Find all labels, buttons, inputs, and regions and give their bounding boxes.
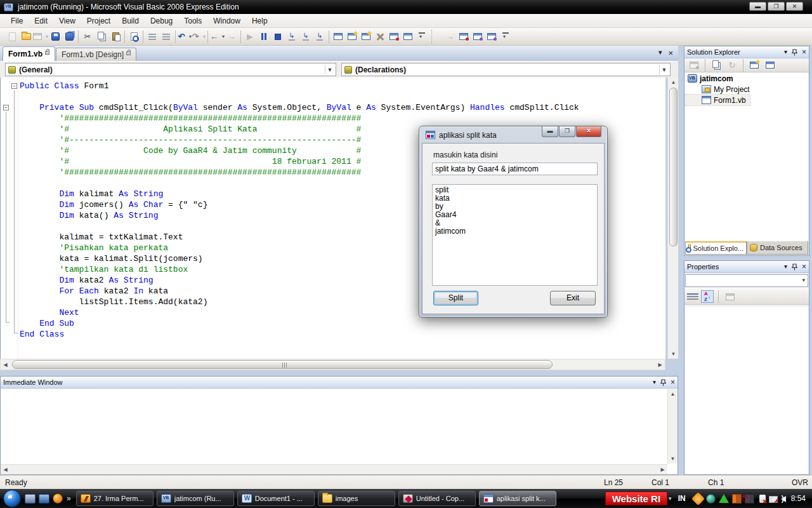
split-button[interactable]: Split [433,291,478,305]
web-app-icon[interactable] [706,494,716,504]
dialog-close-button[interactable]: ✕ [576,126,601,137]
alphabetical-sort-icon[interactable]: AZ↓ [701,290,714,303]
command-window-icon[interactable] [457,30,471,44]
cut-icon[interactable]: ✂ [81,30,95,44]
view-code-icon[interactable] [747,58,761,72]
pin-icon[interactable] [660,379,666,386]
properties-window-icon[interactable] [345,30,359,44]
tree-item-my-project[interactable]: My Project [685,84,808,95]
scroll-left-icon[interactable]: ◀ [1,465,10,474]
solution-explorer-window-icon[interactable] [331,30,345,44]
increase-indent-icon[interactable] [159,30,173,44]
error-list-window-icon[interactable] [387,30,401,44]
kata-input[interactable] [432,163,598,175]
toolbox-window-icon[interactable] [373,30,387,44]
taskbar-button-folder[interactable]: images [318,491,395,506]
menu-edit[interactable]: Edit [29,15,53,27]
step-over-icon[interactable]: ↳ [299,30,313,44]
refresh-icon[interactable]: ↻ [725,58,739,72]
media-app-icon[interactable] [732,494,742,504]
tree-item-form1-vb[interactable]: Form1.vb [685,95,750,105]
switch-windows-icon[interactable] [25,494,36,504]
antivirus-1-icon[interactable] [691,491,705,505]
editor-vertical-scrollbar[interactable]: ▲ ▼ [667,77,678,359]
close-button[interactable]: ✕ [786,2,803,11]
split-result-listbox[interactable]: splitkatabyGaar4&jatimcom [432,184,598,286]
horizontal-scroll-thumb[interactable] [12,360,553,369]
scroll-right-icon[interactable]: ▶ [658,465,667,474]
object-browser-2-icon[interactable] [485,30,499,44]
blocked-app-icon[interactable] [745,494,754,504]
tab-form1-vb[interactable]: Form1.vb [3,46,55,61]
start-debugging-icon[interactable]: ▶ [243,30,257,44]
tree-item-jatimcom[interactable]: jatimcom [685,73,808,84]
properties-object-combo[interactable] [685,274,808,287]
close-document-icon[interactable]: × [668,48,673,58]
taskbar-button-word[interactable]: Document1 - ... [237,491,315,506]
scroll-down-icon[interactable]: ▼ [669,455,677,463]
copy-icon[interactable] [95,30,108,44]
property-pages-icon[interactable] [723,290,737,304]
taskbar-button-vb[interactable]: jatimcom (Ru... [157,491,234,506]
toolbar-overflow-icon[interactable] [415,30,429,44]
panel-tab-solution-explorer[interactable]: Solution Explo... [685,241,747,255]
taskbar-button-form[interactable]: aplikasi split k... [479,491,556,506]
view-designer-icon[interactable] [763,58,777,72]
save-icon[interactable] [48,30,62,44]
vertical-scroll-thumb[interactable] [669,88,678,246]
show-all-files-icon[interactable] [709,58,723,72]
minimize-button[interactable]: ▬ [749,2,766,11]
menu-help[interactable]: Help [246,15,273,27]
volume-icon[interactable] [781,496,786,502]
language-indicator[interactable]: IN [678,494,686,503]
properties-grid[interactable] [685,307,808,474]
members-combo[interactable]: (Declarations) ▼ [341,63,671,76]
collapse-class-icon[interactable]: − [11,83,17,89]
undo-icon[interactable]: ↶ [178,30,192,44]
exit-button[interactable]: Exit [550,291,596,305]
toolbar-overflow-2-icon[interactable] [499,30,513,44]
window-position-icon[interactable]: ▾ [784,264,787,270]
menu-view[interactable]: View [53,15,81,27]
window-position-icon[interactable]: ▾ [784,49,787,55]
menu-debug[interactable]: Debug [145,15,178,27]
navigate-forward-2-icon[interactable]: → [443,30,457,44]
listbox-item[interactable]: jatimcom [435,227,594,236]
show-desktop-icon[interactable] [39,494,49,504]
close-panel-icon[interactable]: × [802,264,806,270]
window-position-icon[interactable]: ▾ [653,379,656,385]
object-browser-icon[interactable] [359,30,373,44]
immediate-window-icon[interactable] [401,30,415,44]
open-file-icon[interactable] [19,30,33,44]
maximize-button[interactable]: ❐ [768,2,785,11]
step-into-icon[interactable]: ↳ [285,30,299,44]
menu-build[interactable]: Build [116,15,145,27]
menu-tools[interactable]: Tools [178,15,207,27]
categorized-icon[interactable] [687,291,698,302]
decrease-indent-icon[interactable] [145,30,159,44]
collapse-sub-icon[interactable]: − [3,105,9,110]
power-status-icon[interactable] [759,495,766,503]
step-out-icon[interactable]: ↳ [313,30,327,44]
dialog-maximize-button[interactable]: ❐ [559,126,575,137]
scroll-up-icon[interactable]: ▲ [669,390,677,398]
paste-icon[interactable] [108,30,122,44]
chevron-down-icon[interactable]: ▼ [659,65,669,74]
deskband-website-ri[interactable]: Website RI [605,491,667,505]
navigate-backward-icon[interactable]: ← [210,30,225,44]
pin-icon[interactable] [792,49,797,56]
find-in-files-icon[interactable] [127,30,141,44]
menu-file[interactable]: File [5,15,29,27]
start-button[interactable] [3,490,21,507]
menu-window[interactable]: Window [207,15,246,27]
menu-project[interactable]: Project [81,15,116,27]
smadav-icon[interactable] [719,494,729,503]
new-project-icon[interactable] [5,30,19,44]
taskbar-button-gfx[interactable]: Untitled - Cop... [398,491,476,506]
chevron-down-icon[interactable]: ▼ [325,65,334,74]
immediate-horizontal-scrollbar[interactable]: ◀ ▶ [1,464,667,474]
deskband-chevron-icon[interactable]: ▾ [669,495,672,502]
navigate-forward-icon[interactable]: → [225,30,239,44]
browser-icon[interactable] [53,493,63,504]
immediate-vertical-scrollbar[interactable]: ▲ ▼ [667,389,678,464]
